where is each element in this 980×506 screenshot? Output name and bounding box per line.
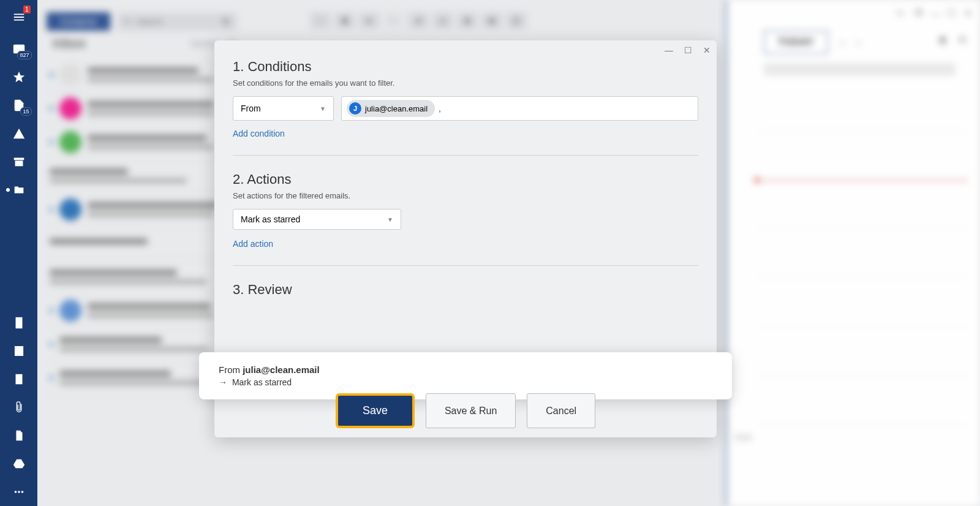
minimize-icon[interactable]: — — [930, 7, 940, 17]
more-icon[interactable] — [7, 480, 31, 504]
svg-rect-8 — [918, 9, 921, 15]
chevron-down-icon: ▼ — [387, 216, 393, 223]
close-window-icon[interactable]: ✕ — [964, 7, 974, 17]
note-icon[interactable] — [7, 311, 31, 334]
icon-rail: 1 827 15 31 — [0, 0, 37, 506]
save-and-run-button[interactable]: Save & Run — [426, 393, 516, 428]
svg-point-3 — [18, 491, 20, 493]
gear-icon[interactable] — [957, 36, 968, 47]
review-summary: From julia@clean.email → Mark as starred — [199, 352, 732, 399]
prev-day-button[interactable]: ‹ — [840, 36, 844, 49]
contacts-icon[interactable] — [7, 368, 31, 391]
attachment-icon[interactable] — [7, 396, 31, 419]
hour-label: 23:00 — [734, 434, 752, 441]
spam-button[interactable] — [506, 12, 527, 29]
chip-separator: , — [439, 104, 441, 113]
review-section: 3. Review — [233, 282, 698, 301]
delete-button[interactable] — [334, 12, 355, 29]
window-controls: — ☐ ✕ — [727, 0, 980, 25]
conditions-title: 1. Conditions — [233, 59, 698, 75]
menu-badge: 1 — [23, 6, 31, 13]
checkall-icon[interactable] — [895, 7, 905, 17]
condition-field-dropdown[interactable]: From ▼ — [233, 96, 334, 121]
calendar-grid: 23:00 — [727, 81, 980, 449]
conditions-section: 1. Conditions Set conditions for the ema… — [233, 59, 698, 156]
sort-icon[interactable]: ⇅ — [222, 16, 230, 28]
dialog-window-controls: — ☐ ✕ — [665, 45, 710, 55]
action-dropdown[interactable]: Mark as starred ▼ — [233, 209, 401, 230]
mark-read-button[interactable] — [481, 12, 502, 29]
menu-icon[interactable]: 1 — [7, 6, 31, 29]
mailbox-icon[interactable]: 827 — [7, 37, 31, 61]
review-condition-line: From julia@clean.email — [219, 364, 712, 375]
top-toolbar: Compose ⇅ — [47, 12, 237, 31]
file-icon[interactable] — [7, 424, 31, 447]
maximize-icon[interactable]: ☐ — [684, 45, 692, 55]
action-value: Mark as starred — [241, 214, 300, 224]
actions-subtitle: Set actions for the filtered emails. — [233, 191, 698, 200]
review-action-line: → Mark as starred — [219, 377, 712, 387]
condition-value-input[interactable]: J julia@clean.email , — [341, 96, 698, 121]
close-icon[interactable]: ✕ — [703, 45, 710, 55]
add-action-link[interactable]: Add action — [233, 239, 273, 249]
calendar-settings — [937, 36, 968, 47]
message-toolbar — [310, 12, 527, 29]
add-condition-link[interactable]: Add condition — [233, 129, 285, 138]
search-icon — [124, 17, 132, 26]
star-icon[interactable] — [7, 66, 31, 89]
calendar-panel: — ☐ ✕ TODAY ‹ › — [726, 0, 980, 506]
download-button[interactable] — [310, 12, 331, 29]
chip-email: julia@clean.email — [365, 104, 428, 113]
svg-point-4 — [21, 491, 23, 493]
sent-icon[interactable] — [7, 122, 31, 145]
next-day-button[interactable]: › — [856, 36, 860, 49]
inbox-header: Inbox Syncing... — [53, 36, 236, 51]
review-title: 3. Review — [233, 282, 698, 298]
minimize-icon[interactable]: — — [665, 45, 673, 55]
forward-button[interactable] — [408, 12, 429, 29]
reply-all-button[interactable] — [383, 12, 404, 29]
snooze-button[interactable] — [432, 12, 453, 29]
condition-field-value: From — [241, 104, 261, 113]
folder-icon[interactable] — [7, 178, 31, 202]
drafts-icon[interactable]: 15 — [7, 94, 31, 117]
chevron-down-icon: ▼ — [320, 105, 326, 112]
calendar-date-label — [764, 63, 956, 75]
conditions-subtitle: Set conditions for the emails you want t… — [233, 78, 698, 88]
today-button[interactable]: TODAY — [764, 31, 828, 54]
actions-section: 2. Actions Set actions for the filtered … — [233, 172, 698, 266]
actions-title: 2. Actions — [233, 172, 698, 187]
save-button[interactable]: Save — [336, 393, 415, 428]
email-chip[interactable]: J julia@clean.email — [347, 100, 435, 117]
cancel-button[interactable]: Cancel — [527, 393, 595, 428]
calendar-icon[interactable]: 31 — [7, 339, 31, 363]
folder-indicator-dot — [6, 188, 10, 192]
svg-point-2 — [14, 491, 17, 493]
search-box[interactable]: ⇅ — [118, 13, 237, 31]
bell-icon[interactable] — [937, 36, 948, 47]
maximize-icon[interactable]: ☐ — [947, 7, 957, 17]
panel-icon[interactable] — [913, 7, 922, 17]
reply-button[interactable] — [359, 12, 380, 29]
drive-icon[interactable] — [7, 452, 31, 475]
inbox-title: Inbox — [53, 36, 86, 51]
star-button[interactable] — [457, 12, 478, 29]
condition-row: From ▼ J julia@clean.email , — [233, 96, 698, 121]
inbox-count-badge: 827 — [17, 51, 31, 59]
archive-icon[interactable] — [7, 150, 31, 173]
compose-button[interactable]: Compose — [47, 12, 110, 31]
dialog-button-row: Save Save & Run Cancel — [214, 393, 717, 428]
search-input[interactable] — [137, 17, 217, 26]
arrow-icon: → — [219, 377, 230, 387]
svg-text:31: 31 — [16, 350, 22, 355]
chip-avatar: J — [349, 102, 361, 115]
drafts-count-badge: 15 — [20, 107, 31, 116]
